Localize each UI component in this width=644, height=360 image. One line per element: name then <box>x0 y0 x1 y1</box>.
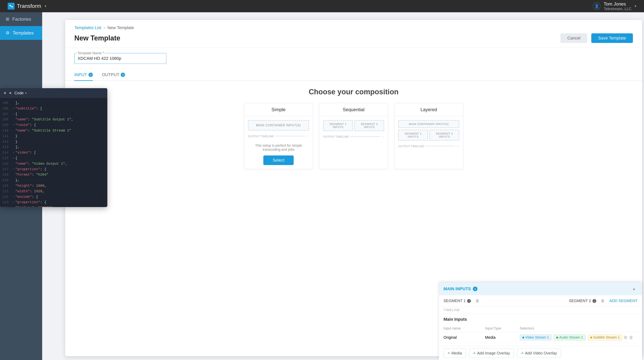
inputs-table-header: Input name Input Type Selectors <box>444 325 638 332</box>
card-simple: Simple MAIN CONTAINER INPUT(S) OUTPUT TI… <box>244 103 313 169</box>
top-nav: Transform ▾ 👤 Tom Jones Telestream, LLC … <box>0 0 644 12</box>
code-lines-icon: ≡ <box>4 91 6 95</box>
sidebar-label-factories: Factories <box>12 16 31 22</box>
code-line-122: 122- "encode": { <box>0 194 107 200</box>
timeline-line-layered <box>425 146 455 146</box>
add-video-overlay-button[interactable]: + Add Video Overlay <box>517 348 561 358</box>
editor-header: Templates List › New Template New Templa… <box>65 20 642 48</box>
nav-right: 👤 Tom Jones Telestream, LLC ▾ <box>593 1 644 11</box>
code-line-106: 106- "subtitle": [ <box>0 106 107 111</box>
code-line-110: 110 "name": "Subtitle Stream 1" <box>0 128 107 134</box>
card-sequential-title: Sequential <box>319 103 388 116</box>
add-media-button[interactable]: + Media <box>444 348 466 358</box>
code-line-113: 113 ], <box>0 144 107 150</box>
row-delete-button[interactable]: 🗑 <box>629 335 633 340</box>
segment2-delete-button[interactable]: 🗑 <box>599 298 606 304</box>
card-simple-desc: This setup is perfect for simple transco… <box>244 144 313 156</box>
layered-timeline-label: OUTPUT TIMELINE <box>398 144 424 148</box>
code-line-112: 112 } <box>0 139 107 144</box>
svg-rect-1 <box>11 6 13 7</box>
video-stream-tag: Video Stream 1 <box>520 334 552 340</box>
card-layered-diagram: MAIN CONTAINER INPUT(S) SEGMENT 1 INPUTS… <box>394 116 463 154</box>
user-info: Tom Jones Telestream, LLC <box>604 1 632 11</box>
row-settings-button[interactable]: ⚙ <box>624 335 628 340</box>
video-stream-dot <box>522 336 524 338</box>
sidebar-item-factories[interactable]: ⊞ Factories <box>0 12 42 26</box>
segment2-info-icon: i <box>592 299 596 303</box>
template-name-label: Template Name * <box>77 51 105 55</box>
code-line-115: 115- { <box>0 156 107 161</box>
simple-timeline-label: OUTPUT TIMELINE <box>248 134 274 138</box>
arrow-icon-seq: → <box>381 135 384 138</box>
templates-icon: ⚙ <box>6 30 10 36</box>
editor-title-row: New Template Cancel Save Template <box>74 33 633 43</box>
main-inputs-badge: 1 <box>473 286 478 291</box>
layered-inputs: SEGMENT 1 INPUTS SEGMENT 2 INPUTS <box>398 130 459 142</box>
plus-icon-video: + <box>521 350 524 356</box>
factories-icon: ⊞ <box>6 17 9 22</box>
code-panel-title[interactable]: Code ▾ <box>14 91 27 95</box>
tabs: INPUT 0 OUTPUT 0 <box>65 69 642 81</box>
header-selectors: Selectors <box>520 326 624 330</box>
sidebar-label-templates: Templates <box>13 30 34 36</box>
seg1-box: SEGMENT 1 INPUTS <box>323 120 353 131</box>
select-simple-button[interactable]: Select <box>263 156 294 165</box>
timeline-row: TIMELINE <box>439 307 642 314</box>
tab-output[interactable]: OUTPUT 0 <box>102 69 125 81</box>
layered-seg1-box: SEGMENT 1 INPUTS <box>398 130 428 140</box>
user-dropdown-arrow[interactable]: ▾ <box>634 4 636 8</box>
table-row: Original Media Video Stream 1 Audio Stre… <box>444 332 638 343</box>
header-input-type: Input Type <box>485 326 520 330</box>
nav-dropdown-arrow[interactable]: ▾ <box>45 4 46 8</box>
code-line-107: 107- { <box>0 111 107 117</box>
code-dropdown-arrow[interactable]: ▾ <box>25 91 27 95</box>
app-title[interactable]: Transform ▾ <box>17 3 46 9</box>
input-selectors: Video Stream 1 Audio Stream 1 Subtitle S… <box>520 334 624 340</box>
code-line-121: 121 "width": 1920, <box>0 189 107 194</box>
breadcrumb-separator: › <box>104 25 105 30</box>
code-line-105: 105 ], <box>0 100 107 106</box>
avatar: 👤 <box>593 2 600 10</box>
save-template-button[interactable]: Save Template <box>591 33 633 43</box>
input-tab-badge: 0 <box>88 73 93 77</box>
add-segment-button[interactable]: ADD SEGMENT <box>609 299 638 303</box>
main-inputs-title: MAIN INPUTS 1 <box>444 286 478 291</box>
card-layered: Layered MAIN CONTAINER INPUT(S) SEGMENT … <box>394 103 463 169</box>
tab-input[interactable]: INPUT 0 <box>74 69 93 81</box>
simple-timeline: OUTPUT TIMELINE → <box>248 132 309 140</box>
editor-actions: Cancel Save Template <box>560 33 633 43</box>
sequential-inputs: SEGMENT 1 INPUTS SEGMENT 2 INPUTS <box>323 120 384 133</box>
input-name-original: Original <box>444 335 485 340</box>
bottom-panel: MAIN INPUTS 1 ▲ SEGMENT 1 i 🗑 SEGMENT 2 … <box>439 282 642 360</box>
segment1-info-icon: i <box>467 299 471 303</box>
code-panel-header: ≡ ≡ Code ▾ <box>0 88 107 98</box>
subtitle-stream-tag: Subtitle Stream 1 <box>588 334 622 340</box>
breadcrumb-link[interactable]: Templates List <box>74 25 102 30</box>
breadcrumb-current: New Template <box>107 25 134 30</box>
row-actions: ⚙ 🗑 <box>624 335 638 340</box>
header-input-name: Input name <box>444 326 485 330</box>
code-panel: ≡ ≡ Code ▾ 105 ], 106- "subtitle": [ 107… <box>0 88 107 207</box>
composition-title: Choose your composition <box>74 88 633 96</box>
seg2-box: SEGMENT 2 INPUTS <box>354 120 384 131</box>
main-content: Templates List › New Template New Templa… <box>42 12 644 360</box>
cancel-button[interactable]: Cancel <box>560 33 587 43</box>
main-inputs-collapse-button[interactable]: ▲ <box>630 286 638 292</box>
code-line-111: 111 } <box>0 134 107 139</box>
inputs-section: Main Inputs Input name Input Type Select… <box>439 314 642 346</box>
transform-icon <box>8 3 14 10</box>
page-title: New Template <box>74 34 120 42</box>
add-image-overlay-button[interactable]: + Add Image Overlay <box>469 348 514 358</box>
card-sequential: Sequential SEGMENT 1 INPUTS SEGMENT 2 IN… <box>319 103 388 169</box>
layered-main-box: MAIN CONTAINER INPUT(S) <box>398 120 459 128</box>
user-company: Telestream, LLC <box>604 7 632 11</box>
code-line-117: 117- "properties": { <box>0 166 107 172</box>
code-lines: 105 ], 106- "subtitle": [ 107- { 108 "na… <box>0 98 107 207</box>
sequential-timeline: OUTPUT TIMELINE → <box>323 133 384 140</box>
card-simple-diagram: MAIN CONTAINER INPUT(S) OUTPUT TIMELINE … <box>244 116 313 144</box>
bottom-actions: + Media + Add Image Overlay + Add Video … <box>439 346 642 360</box>
simple-main-box: MAIN CONTAINER INPUT(S) <box>248 120 309 130</box>
svg-rect-0 <box>10 5 11 6</box>
sidebar-item-templates[interactable]: ⚙ Templates <box>0 26 42 40</box>
segment1-delete-button[interactable]: 🗑 <box>474 298 481 304</box>
